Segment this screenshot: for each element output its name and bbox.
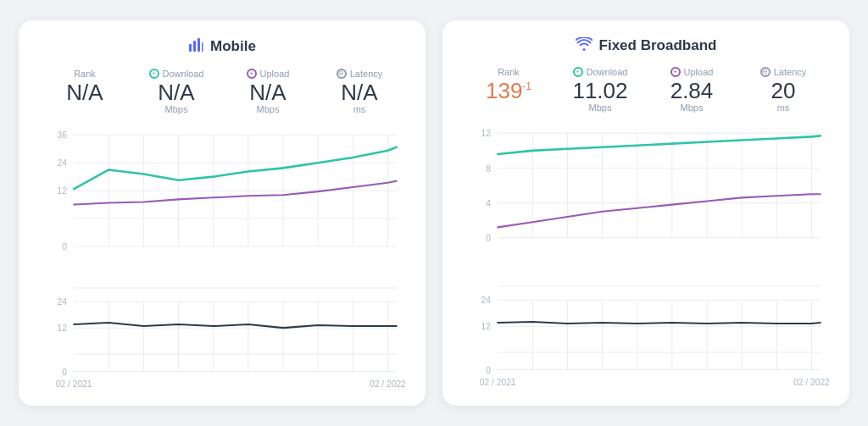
- svg-text:8: 8: [486, 164, 491, 174]
- bb-latency-dot: ⊖: [760, 67, 771, 77]
- broadband-rank-value: 139-1: [463, 79, 554, 103]
- broadband-latency-value: 20: [737, 79, 829, 103]
- svg-text:24: 24: [58, 159, 68, 169]
- dashboard: Mobile Rank N/A + Download N/A Mbps + Up…: [19, 20, 849, 407]
- download-dot: +: [149, 69, 159, 79]
- mobile-latency-unit: ms: [314, 104, 405, 114]
- upload-dot: +: [247, 69, 257, 79]
- broadband-upload-value: 2.84: [646, 79, 737, 103]
- broadband-upload-unit: Mbps: [646, 102, 737, 113]
- svg-text:12: 12: [57, 324, 67, 333]
- svg-text:0: 0: [486, 234, 491, 243]
- mobile-latency-label: ⊖ Latency: [314, 69, 405, 79]
- mobile-download-unit: Mbps: [131, 104, 222, 114]
- svg-text:0: 0: [62, 368, 67, 377]
- mobile-chart-divider: [39, 286, 405, 290]
- broadband-stats: Rank 139-1 + Download 11.02 Mbps + Uploa…: [463, 67, 829, 113]
- broadband-chart-area: 12 8 4 0: [463, 124, 829, 390]
- broadband-upload: + Upload 2.84 Mbps: [646, 67, 737, 113]
- latency-dot: ⊖: [337, 69, 347, 79]
- broadband-download-value: 11.02: [554, 79, 646, 103]
- svg-text:24: 24: [57, 298, 67, 307]
- broadband-latency-chart: 24 12 0 02 / 2021 02 / 2022: [463, 291, 829, 387]
- mobile-card: Mobile Rank N/A + Download N/A Mbps + Up…: [19, 20, 426, 407]
- broadband-card: Fixed Broadband Rank 139-1 + Download 11…: [442, 20, 849, 407]
- svg-text:0: 0: [62, 242, 67, 252]
- svg-text:02 / 2021: 02 / 2021: [480, 378, 516, 387]
- broadband-speed-chart: 12 8 4 0: [463, 124, 829, 273]
- mobile-upload-value: N/A: [222, 80, 314, 105]
- svg-rect-2: [198, 38, 200, 52]
- svg-rect-3: [202, 42, 203, 52]
- wifi-icon: [576, 37, 593, 55]
- mobile-stats: Rank N/A + Download N/A Mbps + Upload N/…: [39, 69, 405, 115]
- mobile-download-value: N/A: [131, 80, 222, 105]
- broadband-rank-label: Rank: [463, 67, 554, 77]
- mobile-download-label: + Download: [131, 69, 222, 79]
- broadband-chart-divider: [463, 285, 829, 288]
- broadband-upload-label: + Upload: [646, 67, 737, 77]
- mobile-speed-chart: 36 24 12 0: [39, 126, 405, 274]
- svg-rect-0: [189, 44, 192, 52]
- broadband-latency: ⊖ Latency 20 ms: [737, 67, 829, 113]
- bb-download-dot: +: [573, 67, 583, 77]
- broadband-latency-unit: ms: [737, 102, 829, 113]
- mobile-rank: Rank N/A: [39, 69, 131, 105]
- svg-text:02 / 2022: 02 / 2022: [370, 379, 406, 389]
- svg-text:12: 12: [481, 322, 491, 331]
- broadband-download-unit: Mbps: [554, 102, 646, 113]
- mobile-rank-label: Rank: [39, 69, 131, 79]
- svg-text:0: 0: [486, 366, 491, 375]
- mobile-upload: + Upload N/A Mbps: [222, 69, 314, 115]
- svg-text:02 / 2021: 02 / 2021: [56, 379, 92, 389]
- mobile-upload-unit: Mbps: [222, 104, 314, 114]
- mobile-latency: ⊖ Latency N/A ms: [314, 69, 405, 115]
- mobile-icon: [188, 37, 203, 57]
- svg-text:36: 36: [58, 131, 68, 141]
- svg-text:4: 4: [486, 199, 491, 208]
- broadband-rank: Rank 139-1: [463, 67, 554, 103]
- mobile-upload-label: + Upload: [222, 69, 314, 79]
- mobile-latency-chart: 24 12 0 02 / 2021 02 / 2022: [39, 293, 405, 389]
- broadband-download-label: + Download: [554, 67, 646, 77]
- svg-text:12: 12: [481, 130, 492, 139]
- svg-rect-1: [193, 41, 196, 52]
- mobile-chart-area: 36 24 12 0: [39, 126, 405, 392]
- bb-upload-dot: +: [670, 67, 681, 77]
- broadband-latency-label: ⊖ Latency: [737, 67, 829, 77]
- mobile-download: + Download N/A Mbps: [131, 69, 222, 115]
- broadband-title: Fixed Broadband: [463, 37, 829, 55]
- mobile-latency-value: N/A: [314, 80, 405, 105]
- mobile-rank-value: N/A: [39, 80, 131, 105]
- svg-text:02 / 2022: 02 / 2022: [793, 378, 830, 387]
- broadband-download: + Download 11.02 Mbps: [554, 67, 646, 113]
- svg-text:12: 12: [58, 187, 68, 196]
- svg-text:24: 24: [481, 296, 491, 306]
- mobile-title: Mobile: [39, 37, 405, 57]
